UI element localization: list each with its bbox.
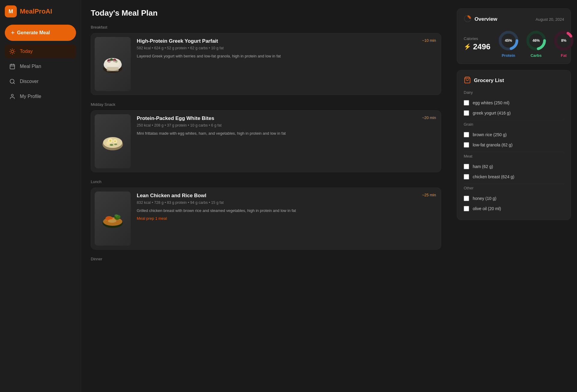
grocery-item[interactable]: ham (62 g) (464, 161, 564, 172)
fat-label: Fat (561, 53, 567, 58)
grocery-item-label: low-fat granola (62 g) (473, 142, 512, 147)
carbs-donut: 46% Carbs (525, 30, 547, 58)
protein-donut: 45% Protein (498, 30, 519, 58)
svg-point-30 (109, 140, 111, 142)
sidebar-item-meal-plan-label: Meal Plan (20, 64, 41, 69)
overview-icon (464, 15, 472, 24)
svg-point-23 (106, 60, 119, 66)
grocery-item-label: ham (62 g) (473, 164, 493, 169)
logo-icon: M (5, 5, 17, 17)
meal-image-breakfast (95, 37, 131, 91)
grocery-item[interactable]: olive oil (20 ml) (464, 204, 564, 214)
grocery-category-grain: Grain (464, 122, 564, 127)
svg-point-43 (466, 17, 469, 20)
svg-line-3 (11, 50, 11, 50)
meal-card-breakfast[interactable]: High-Protein Greek Yogurt Parfait ~10 mi… (91, 33, 441, 95)
meal-card-snack[interactable]: Protein-Packed Egg White Bites ~20 min 2… (91, 110, 441, 172)
calories-section: Calories ⚡ 2496 45% Protein (464, 30, 564, 58)
grocery-category-meat: Meat (464, 154, 564, 158)
grocery-card: Grocery List Dairy egg whites (250 ml) g… (457, 70, 571, 220)
svg-point-0 (11, 50, 14, 53)
meal-info-breakfast: High-Protein Greek Yogurt Parfait ~10 mi… (134, 33, 441, 95)
grocery-item[interactable]: brown rice (250 g) (464, 130, 564, 140)
grocery-checkbox-olive-oil[interactable] (464, 206, 469, 211)
meal-prep-tag-lunch: Meal prep 1 meal (137, 216, 436, 221)
overview-title: Overview (475, 16, 497, 22)
meal-name-lunch: Lean Chicken and Rice Bowl (137, 193, 206, 199)
grocery-checkbox-granola[interactable] (464, 142, 469, 148)
sidebar-item-meal-plan[interactable]: Meal Plan (5, 60, 76, 73)
sidebar-item-today[interactable]: Today (5, 44, 76, 58)
bolt-icon: ⚡ (464, 43, 471, 50)
overview-card: Overview August 20, 2024 Calories ⚡ 2496 (457, 8, 571, 64)
grocery-item-label: olive oil (20 ml) (473, 206, 501, 211)
sidebar-item-discover-label: Discover (20, 79, 38, 84)
grocery-title: Grocery List (474, 78, 504, 84)
svg-line-7 (11, 53, 11, 53)
sidebar-item-today-label: Today (20, 49, 33, 54)
svg-point-29 (106, 141, 110, 145)
overview-title-area: Overview (464, 15, 497, 24)
meal-card-lunch[interactable]: Lean Chicken and Rice Bowl ~25 min 832 k… (91, 188, 441, 250)
generate-meal-label: Generate Meal (17, 30, 50, 35)
grocery-item[interactable]: chicken breast (624 g) (464, 172, 564, 182)
grocery-checkbox-chicken[interactable] (464, 174, 469, 179)
search-icon (9, 78, 16, 85)
plus-icon: + (11, 29, 15, 37)
meal-desc-breakfast: Layered Greek yogurt with berries and lo… (137, 53, 436, 59)
grocery-item[interactable]: honey (10 g) (464, 193, 564, 204)
calendar-icon (9, 63, 16, 70)
grocery-item[interactable]: greek yogurt (416 g) (464, 108, 564, 118)
grocery-checkbox-brown-rice[interactable] (464, 132, 469, 137)
svg-point-31 (114, 141, 116, 142)
protein-label: Protein (502, 53, 515, 58)
calories-label: Calories (464, 36, 490, 41)
meal-time-breakfast: ~10 min (422, 38, 436, 43)
svg-rect-24 (107, 67, 119, 71)
grocery-divider (464, 152, 564, 152)
svg-point-41 (108, 219, 116, 223)
sidebar-item-my-profile-label: My Profile (20, 94, 41, 99)
meal-image-snack (95, 114, 131, 168)
grocery-checkbox-egg-whites[interactable] (464, 100, 469, 106)
svg-text:46%: 46% (533, 38, 540, 43)
svg-point-26 (103, 137, 122, 148)
meal-name-breakfast: High-Protein Greek Yogurt Parfait (137, 38, 218, 44)
generate-meal-button[interactable]: + Generate Meal (5, 25, 76, 41)
grocery-checkbox-ham[interactable] (464, 164, 469, 169)
calories-value: ⚡ 2496 (464, 42, 490, 51)
meal-info-snack: Protein-Packed Egg White Bites ~20 min 2… (134, 111, 441, 172)
meal-time-snack: ~20 min (422, 115, 436, 120)
grocery-item-label: greek yogurt (416 g) (473, 111, 511, 115)
svg-line-8 (14, 50, 14, 50)
grocery-item-label: brown rice (250 g) (473, 132, 507, 137)
logo-area: M MealProAI (5, 5, 76, 17)
sun-icon (9, 48, 16, 55)
carbs-label: Carbs (530, 53, 542, 58)
meal-macros-snack: 250 kcal • 208 g • 37 g protein • 10 g c… (137, 123, 436, 127)
grocery-category-dairy: Dairy (464, 90, 564, 95)
page-title: Today's Meal Plan (91, 8, 441, 18)
grocery-checkbox-honey[interactable] (464, 196, 469, 201)
right-panel: Overview August 20, 2024 Calories ⚡ 2496 (451, 0, 577, 392)
grocery-item[interactable]: egg whites (250 ml) (464, 98, 564, 108)
meal-name-snack: Protein-Packed Egg White Bites (137, 115, 214, 121)
section-label-snack: Midday Snack (91, 102, 441, 107)
app-name: MealProAI (20, 8, 52, 15)
grocery-divider (464, 184, 564, 184)
sidebar-item-discover[interactable]: Discover (5, 75, 76, 88)
svg-point-40 (114, 214, 118, 217)
meal-macros-lunch: 832 kcal • 728 g • 83 g protein • 94 g c… (137, 201, 436, 205)
meal-desc-snack: Mini frittatas made with egg whites, ham… (137, 130, 436, 136)
grocery-item[interactable]: low-fat granola (62 g) (464, 140, 564, 150)
sidebar-item-my-profile[interactable]: My Profile (5, 90, 76, 103)
overview-date: August 20, 2024 (536, 17, 564, 22)
meal-image-snack-placeholder (95, 114, 131, 168)
grocery-checkbox-greek-yogurt[interactable] (464, 110, 469, 116)
main-content: Today's Meal Plan Breakfast Hi (81, 0, 451, 392)
meal-time-lunch: ~25 min (422, 193, 436, 197)
meal-macros-breakfast: 582 kcal • 624 g • 52 g protein • 62 g c… (137, 46, 436, 50)
grocery-category-other: Other (464, 186, 564, 190)
grocery-item-label: honey (10 g) (473, 196, 496, 201)
charts-row: 45% Protein 46% Carbs (498, 30, 575, 58)
